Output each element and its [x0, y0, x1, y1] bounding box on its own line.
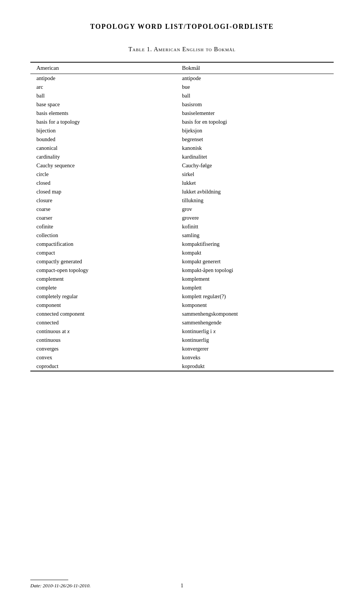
column-header-english: American	[30, 62, 176, 74]
cell-norwegian: begrenset	[176, 135, 334, 144]
cell-english: circle	[30, 170, 176, 179]
cell-norwegian: bue	[176, 83, 334, 91]
cell-english: Cauchy sequence	[30, 161, 176, 170]
cell-norwegian: lukket avbildning	[176, 187, 334, 196]
table-row: continuouskontinuerlig	[30, 336, 334, 344]
cell-english: compactification	[30, 240, 176, 249]
table-row: circlesirkel	[30, 170, 334, 179]
cell-english: closed map	[30, 187, 176, 196]
cell-english: canonical	[30, 144, 176, 153]
table-row: collectionsamling	[30, 231, 334, 240]
cell-norwegian: komplett	[176, 283, 334, 292]
table-row: complementkomplement	[30, 275, 334, 283]
cell-english: connected component	[30, 310, 176, 318]
cell-norwegian: basis for en topologi	[176, 118, 334, 126]
table-row: compactificationkompaktifisering	[30, 240, 334, 249]
table-row: closedlukket	[30, 179, 334, 187]
cell-english: compact	[30, 249, 176, 257]
cell-norwegian: Cauchy-følge	[176, 161, 334, 170]
cell-english: coproduct	[30, 362, 176, 371]
footer-date: Date: 2010-11-26/26-11-2010.	[30, 583, 91, 588]
footer-date-value: 2010-11-26/26-11-2010.	[43, 583, 91, 588]
cell-english: base space	[30, 100, 176, 109]
table-row: cofinitekofinitt	[30, 222, 334, 231]
page-number: 1	[181, 583, 184, 589]
cell-english: coarse	[30, 205, 176, 214]
cell-english: convex	[30, 353, 176, 362]
table-row: basis for a topologybasis for en topolog…	[30, 118, 334, 126]
table-row: coarsergrovere	[30, 214, 334, 222]
cell-norwegian: sammenhengskomponent	[176, 310, 334, 318]
table-row: connectedsammenhengende	[30, 318, 334, 327]
page: Topology Word List/Topologi-Ordliste Tab…	[0, 0, 364, 604]
cell-norwegian: komplement	[176, 275, 334, 283]
table-row: coarsegrov	[30, 205, 334, 214]
table-row: arcbue	[30, 83, 334, 91]
cell-norwegian: samling	[176, 231, 334, 240]
cell-norwegian: lukket	[176, 179, 334, 187]
word-table: American Bokmål antipodeantipodearcbueba…	[30, 62, 334, 371]
table-row: compact-open topologykompakt-åpen topolo…	[30, 266, 334, 275]
cell-norwegian: konveks	[176, 353, 334, 362]
cell-norwegian: kompakt-åpen topologi	[176, 266, 334, 275]
cell-english: component	[30, 301, 176, 310]
cell-english: antipode	[30, 74, 176, 83]
table-row: closuretillukning	[30, 196, 334, 205]
cell-english: compact-open topology	[30, 266, 176, 275]
cell-norwegian: grov	[176, 205, 334, 214]
footer-line	[30, 580, 68, 580]
cell-english: basis for a topology	[30, 118, 176, 126]
cell-english: continuous	[30, 336, 176, 344]
cell-norwegian: basisrom	[176, 100, 334, 109]
cell-english: basis elements	[30, 109, 176, 118]
cell-norwegian: antipode	[176, 74, 334, 83]
cell-english: collection	[30, 231, 176, 240]
cell-english: bijection	[30, 126, 176, 135]
cell-norwegian: konvergerer	[176, 344, 334, 353]
cell-norwegian: kofinitt	[176, 222, 334, 231]
table-row: bijectionbijeksjon	[30, 126, 334, 135]
table-row: convergeskonvergerer	[30, 344, 334, 353]
cell-norwegian: basiselementer	[176, 109, 334, 118]
cell-english: complement	[30, 275, 176, 283]
cell-norwegian: kontinuerlig	[176, 336, 334, 344]
cell-norwegian: komplett regulær(?)	[176, 292, 334, 301]
cell-english: completely regular	[30, 292, 176, 301]
table-row: ballball	[30, 91, 334, 100]
cell-norwegian: koprodukt	[176, 362, 334, 371]
cell-english: compactly generated	[30, 257, 176, 266]
cell-norwegian: kanonisk	[176, 144, 334, 153]
table-row: base spacebasisrom	[30, 100, 334, 109]
table-row: canonicalkanonisk	[30, 144, 334, 153]
table-header-row: American Bokmål	[30, 62, 334, 74]
cell-english: ball	[30, 91, 176, 100]
table-row: continuous at xkontinuerlig i x	[30, 327, 334, 336]
table-row: closed maplukket avbildning	[30, 187, 334, 196]
cell-norwegian: tillukning	[176, 196, 334, 205]
cell-english: continuous at x	[30, 327, 176, 336]
table-title: Table 1. American English to Bokmål	[30, 46, 334, 53]
cell-english: arc	[30, 83, 176, 91]
cell-norwegian: kompakt	[176, 249, 334, 257]
cell-norwegian: bijeksjon	[176, 126, 334, 135]
cell-english: connected	[30, 318, 176, 327]
footer-date-label: Date:	[30, 583, 42, 588]
table-row: completekomplett	[30, 283, 334, 292]
cell-english: bounded	[30, 135, 176, 144]
cell-norwegian: grovere	[176, 214, 334, 222]
cell-english: closure	[30, 196, 176, 205]
cell-english: cardinality	[30, 153, 176, 161]
table-row: basis elementsbasiselementer	[30, 109, 334, 118]
table-row: antipodeantipode	[30, 74, 334, 83]
cell-norwegian: kontinuerlig i x	[176, 327, 334, 336]
cell-norwegian: kardinalitet	[176, 153, 334, 161]
cell-norwegian: ball	[176, 91, 334, 100]
cell-english: complete	[30, 283, 176, 292]
table-row: coproductkoprodukt	[30, 362, 334, 371]
cell-english: closed	[30, 179, 176, 187]
cell-norwegian: sammenhengende	[176, 318, 334, 327]
table-row: compactkompakt	[30, 249, 334, 257]
cell-norwegian: komponent	[176, 301, 334, 310]
table-row: Cauchy sequenceCauchy-følge	[30, 161, 334, 170]
column-header-norwegian: Bokmål	[176, 62, 334, 74]
